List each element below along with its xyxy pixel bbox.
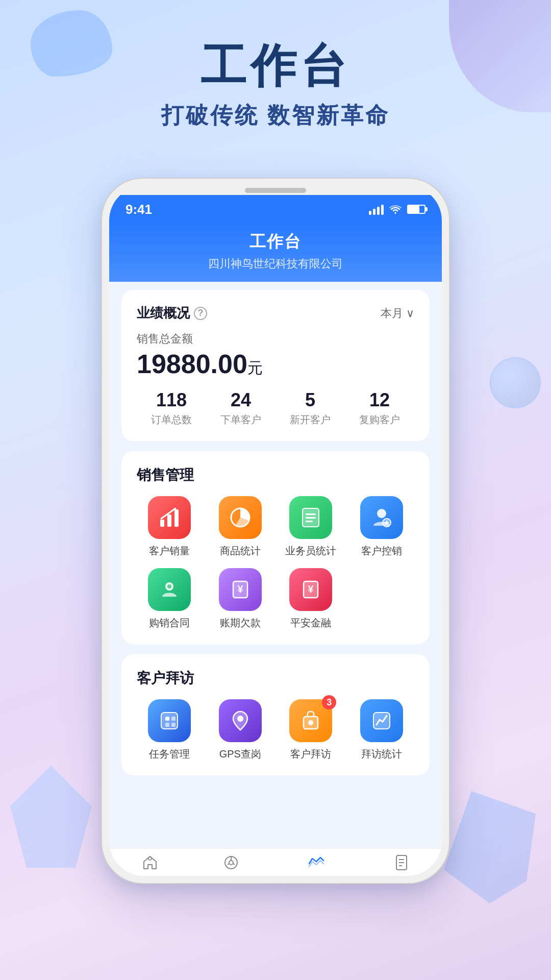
svg-point-8 [377,509,386,518]
icon-salesperson-stats[interactable]: 业务员统计 [278,496,344,558]
stat-orders: 118 订单总数 [151,389,192,427]
stats-row: 118 订单总数 24 下单客户 5 新开客户 12 [137,389,414,427]
svg-rect-6 [306,517,316,519]
battery-icon [407,205,425,214]
icon-goods-stats[interactable]: 商品统计 [208,496,273,558]
phone-notch-bar [109,186,442,195]
bottom-nav: 首页 清单 [109,848,442,876]
hero-subtitle: 打破传统 数智新革命 [0,101,551,131]
share-icon [220,851,242,874]
svg-rect-2 [174,509,179,527]
svg-rect-1 [167,514,171,527]
icon-pingan-finance[interactable]: ¥ 平安金融 [278,568,344,630]
icon-customer-sales[interactable]: 客户销量 [137,496,203,558]
svg-text:¥: ¥ [237,583,243,595]
svg-rect-7 [306,521,313,522]
icon-customer-control[interactable]: 客户控销 [349,496,415,558]
orders-icon [390,851,413,874]
customer-visits-grid: 任务管理 GPS查岗 [137,699,414,761]
sales-label: 销售总金额 [137,331,414,347]
svg-point-27 [148,857,152,860]
icon-visit-stats[interactable]: 拜访统计 [349,699,415,761]
performance-card: 业绩概况 ? 本月 ∨ 销售总金额 19880.00元 [121,290,430,441]
sales-management-card: 销售管理 客户销量 [121,451,430,644]
app-header: 工作台 四川神鸟世纪科技有限公司 [109,224,442,282]
nav-list[interactable]: 清单 [220,851,242,876]
phone-inner: 9:41 [109,186,442,876]
svg-point-13 [167,584,171,589]
app-content: 业绩概况 ? 本月 ∨ 销售总金额 19880.00元 [109,282,442,848]
sales-management-grid: 客户销量 商品统计 [137,496,414,630]
stat-new-customers: 5 新开客户 [290,389,331,427]
status-bar: 9:41 [109,195,442,224]
bg-decoration-crystal1 [10,766,92,868]
wifi-icon [389,204,402,214]
svg-rect-20 [171,717,176,721]
app-header-subtitle: 四川神鸟世纪科技有限公司 [109,256,442,272]
nav-home[interactable]: 首页 [139,851,161,876]
home-icon [139,851,161,874]
hero-section: 工作台 打破传统 数智新革命 [0,41,551,131]
svg-rect-0 [160,520,164,527]
phone-mockup: 9:41 [102,179,449,883]
stat-repeat-customers: 12 复购客户 [359,389,400,427]
phone-notch [245,188,306,193]
icon-gps-check[interactable]: GPS查岗 [208,699,273,761]
svg-point-29 [229,861,233,865]
hero-title: 工作台 [0,41,551,91]
month-selector[interactable]: 本月 ∨ [381,306,414,321]
sales-amount: 19880.00元 [137,349,414,379]
svg-rect-5 [306,513,316,515]
icon-overdue-payment[interactable]: ¥ 账期欠款 [208,568,273,630]
phone-frame: 9:41 [102,179,449,883]
perf-card-header: 业绩概况 ? 本月 ∨ [137,304,414,322]
icon-task-management[interactable]: 任务管理 [137,699,203,761]
icon-purchase-contract[interactable]: 购销合同 [137,568,203,630]
perf-card-title: 业绩概况 ? [137,304,207,322]
svg-rect-21 [165,723,169,727]
svg-point-25 [308,720,313,725]
svg-text:¥: ¥ [308,583,314,595]
customer-visits-card: 客户拜访 [121,654,430,775]
svg-line-31 [233,864,235,865]
bg-decoration-crystal2 [444,791,536,903]
help-icon[interactable]: ? [194,307,207,320]
icon-customer-visit[interactable]: 3 客户拜访 [278,699,344,761]
customer-visits-title: 客户拜访 [137,669,414,688]
status-icons [369,204,425,215]
signal-icon [369,204,384,215]
svg-point-23 [237,716,243,722]
bg-decoration-globe [490,357,541,408]
visit-badge: 3 [322,695,336,709]
sales-management-title: 销售管理 [137,465,414,485]
svg-rect-19 [165,717,169,721]
workbench-icon [305,851,328,874]
svg-rect-22 [171,723,176,727]
stat-customers: 24 下单客户 [220,389,261,427]
app-header-title: 工作台 [109,231,442,253]
nav-workbench[interactable]: 工作台 [301,851,332,876]
nav-orders[interactable]: 订单 [390,851,413,876]
svg-line-32 [228,864,229,865]
status-time: 9:41 [126,202,152,217]
